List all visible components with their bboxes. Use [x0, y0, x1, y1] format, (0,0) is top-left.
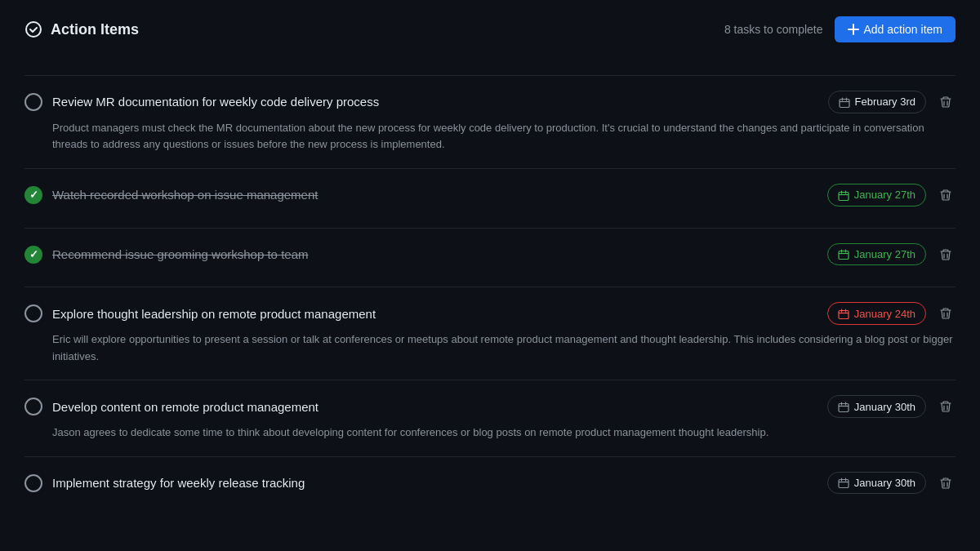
date-badge[interactable]: January 30th [827, 472, 926, 495]
action-item-right: February 3rd [828, 91, 956, 113]
item-checkbox[interactable] [24, 304, 42, 322]
action-item-header: Review MR documentation for weekly code … [24, 91, 956, 113]
delete-button[interactable] [936, 304, 956, 323]
delete-button[interactable] [936, 92, 956, 112]
header-left: Action Items [24, 20, 139, 38]
header: Action Items 8 tasks to complete Add act… [24, 16, 956, 56]
calendar-icon [838, 400, 849, 413]
item-description: Eric will explore opportunities to prese… [24, 331, 956, 366]
action-item-left: ✓ Watch recorded workshop on issue manag… [24, 186, 827, 204]
calendar-icon [838, 189, 849, 202]
checkmark-icon: ✓ [29, 248, 38, 260]
action-item-right: January 24th [827, 302, 956, 325]
calendar-icon [838, 307, 849, 320]
action-item-left: Review MR documentation for weekly code … [24, 93, 828, 111]
svg-rect-3 [839, 251, 849, 260]
item-title: Watch recorded workshop on issue managem… [52, 188, 318, 202]
calendar-icon [839, 96, 850, 109]
action-item: Implement strategy for weekly release tr… [24, 456, 956, 516]
svg-rect-2 [839, 192, 849, 200]
item-checkbox[interactable] [24, 93, 42, 111]
action-item-right: January 27th [827, 184, 956, 207]
date-label: January 27th [854, 189, 915, 201]
action-items-list: Review MR documentation for weekly code … [24, 75, 956, 515]
date-badge[interactable]: January 30th [827, 395, 926, 418]
page-container: Action Items 8 tasks to complete Add act… [0, 0, 980, 531]
action-item-header: Develop content on remote product manage… [24, 395, 956, 418]
add-action-label: Add action item [864, 23, 943, 36]
item-description: Jason agrees to dedicate some time to th… [24, 424, 956, 442]
action-item: Explore thought leadership on remote pro… [24, 287, 956, 380]
svg-point-0 [26, 22, 41, 37]
item-checkbox[interactable] [24, 398, 42, 415]
trash-icon [939, 189, 952, 202]
page-title: Action Items [51, 21, 139, 38]
date-label: January 30th [854, 401, 915, 413]
date-label: January 30th [854, 477, 915, 489]
calendar-icon [838, 248, 849, 261]
item-title: Explore thought leadership on remote pro… [52, 307, 376, 321]
date-badge[interactable]: January 27th [827, 243, 926, 266]
action-item-header: Explore thought leadership on remote pro… [24, 302, 956, 325]
item-checkbox[interactable]: ✓ [24, 186, 42, 204]
action-item: Develop content on remote product manage… [24, 380, 956, 455]
item-description: Product managers must check the MR docum… [24, 120, 956, 154]
action-item-right: January 30th [827, 472, 956, 495]
tasks-count: 8 tasks to complete [724, 23, 823, 36]
action-item-header: Implement strategy for weekly release tr… [24, 472, 956, 495]
date-label: January 27th [854, 248, 915, 260]
date-label: January 24th [854, 308, 915, 320]
date-badge[interactable]: February 3rd [828, 91, 926, 113]
action-item: Review MR documentation for weekly code … [24, 75, 956, 168]
svg-rect-1 [840, 99, 849, 107]
item-title: Implement strategy for weekly release tr… [52, 476, 305, 490]
action-item: ✓ Watch recorded workshop on issue manag… [24, 168, 956, 228]
action-item-right: January 27th [827, 243, 956, 266]
item-title: Review MR documentation for weekly code … [52, 95, 379, 109]
item-title: Recommend issue grooming workshop to tea… [52, 247, 308, 261]
item-title: Develop content on remote product manage… [52, 400, 318, 414]
date-label: February 3rd [855, 96, 915, 108]
action-item: ✓ Recommend issue grooming workshop to t… [24, 228, 956, 287]
svg-rect-6 [839, 480, 849, 488]
action-item-right: January 30th [827, 395, 956, 418]
item-checkbox[interactable] [24, 474, 42, 492]
header-right: 8 tasks to complete Add action item [724, 16, 956, 42]
action-item-left: Explore thought leadership on remote pro… [24, 304, 827, 322]
delete-button[interactable] [936, 185, 956, 205]
trash-icon [939, 307, 952, 320]
calendar-icon [838, 477, 849, 490]
action-item-left: Develop content on remote product manage… [24, 398, 827, 415]
checkmark-icon: ✓ [29, 189, 38, 201]
delete-button[interactable] [936, 473, 956, 493]
action-item-left: ✓ Recommend issue grooming workshop to t… [24, 246, 827, 264]
check-circle-icon [24, 20, 42, 38]
svg-rect-5 [839, 404, 849, 412]
trash-icon [939, 400, 952, 413]
action-item-header: ✓ Recommend issue grooming workshop to t… [24, 243, 956, 266]
item-checkbox[interactable]: ✓ [24, 246, 42, 264]
delete-button[interactable] [936, 397, 956, 416]
delete-button[interactable] [936, 245, 956, 264]
trash-icon [939, 248, 952, 261]
date-badge[interactable]: January 24th [827, 302, 926, 325]
trash-icon [939, 96, 952, 109]
trash-icon [939, 477, 952, 490]
date-badge[interactable]: January 27th [827, 184, 926, 207]
add-action-button[interactable]: Add action item [835, 16, 956, 42]
svg-rect-4 [839, 310, 849, 318]
action-item-left: Implement strategy for weekly release tr… [24, 474, 827, 492]
action-item-header: ✓ Watch recorded workshop on issue manag… [24, 184, 956, 207]
plus-icon [848, 24, 859, 35]
